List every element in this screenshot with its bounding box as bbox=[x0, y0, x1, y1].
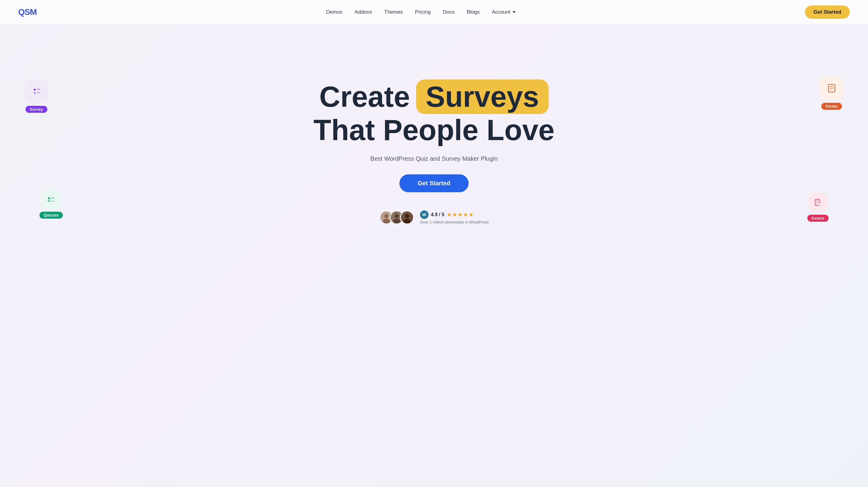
nav-item-pricing[interactable]: Pricing bbox=[415, 9, 431, 15]
nav-links: Demos Addons Themes Pricing Docs Blogs A… bbox=[326, 9, 516, 15]
nav-item-docs[interactable]: Docs bbox=[443, 9, 455, 15]
exams-label: Exams bbox=[807, 215, 829, 222]
survey-badge-icon bbox=[24, 79, 49, 103]
nav-link-themes[interactable]: Themes bbox=[384, 9, 403, 15]
svg-point-25 bbox=[403, 219, 410, 224]
quizzes-label: Quizzes bbox=[39, 212, 63, 219]
forms-badge-icon bbox=[819, 76, 844, 100]
nav-item-addons[interactable]: Addons bbox=[354, 9, 372, 15]
svg-rect-8 bbox=[830, 87, 834, 87]
nav-link-blogs[interactable]: Blogs bbox=[467, 9, 480, 15]
nav-cta-button[interactable]: Get Started bbox=[805, 5, 850, 19]
hero-title-highlight: Surveys bbox=[416, 79, 549, 114]
nav-link-demos[interactable]: Demos bbox=[326, 9, 342, 15]
logo[interactable]: QSM bbox=[18, 7, 37, 17]
hero-title: Create Surveys That People Love bbox=[314, 79, 555, 146]
svg-text:!: ! bbox=[820, 204, 821, 206]
nav-item-demos[interactable]: Demos bbox=[326, 9, 342, 15]
rating-stars: ★★★★★ bbox=[447, 212, 474, 218]
svg-rect-12 bbox=[816, 200, 819, 201]
nav-item-themes[interactable]: Themes bbox=[384, 9, 403, 15]
quizzes-badge: Quizzes bbox=[39, 190, 63, 219]
svg-point-21 bbox=[395, 214, 399, 218]
navbar: QSM Demos Addons Themes Pricing Docs Blo… bbox=[0, 0, 868, 25]
svg-rect-14 bbox=[816, 203, 818, 204]
svg-rect-6 bbox=[51, 201, 54, 201]
forms-badge: Forms bbox=[819, 76, 844, 110]
svg-rect-10 bbox=[830, 90, 832, 90]
social-proof: W 4.9 / 5 ★★★★★ Over 1 million downloads… bbox=[379, 210, 489, 224]
rating-info: W 4.9 / 5 ★★★★★ Over 1 million downloads… bbox=[420, 210, 489, 224]
svg-point-24 bbox=[405, 214, 409, 218]
nav-link-docs[interactable]: Docs bbox=[443, 9, 455, 15]
svg-point-22 bbox=[393, 219, 400, 224]
hero-subtitle: Best WordPress Quiz and Survey Maker Plu… bbox=[370, 155, 498, 162]
svg-rect-5 bbox=[51, 197, 54, 198]
hero-title-line2: That People Love bbox=[314, 114, 555, 146]
rating-row: W 4.9 / 5 ★★★★★ bbox=[420, 210, 474, 219]
nav-item-blogs[interactable]: Blogs bbox=[467, 9, 480, 15]
svg-rect-3 bbox=[37, 92, 40, 93]
avatar-3 bbox=[400, 210, 414, 224]
svg-point-18 bbox=[384, 214, 389, 218]
wordpress-logo: W bbox=[420, 210, 429, 219]
nav-link-addons[interactable]: Addons bbox=[354, 9, 372, 15]
hero-section: Survey Quizzes Forms bbox=[0, 25, 868, 273]
exams-badge-icon: ! bbox=[808, 193, 828, 212]
svg-point-0 bbox=[34, 89, 36, 91]
svg-rect-9 bbox=[830, 88, 834, 89]
nav-item-account[interactable]: Account bbox=[492, 9, 515, 15]
svg-rect-1 bbox=[37, 89, 40, 90]
hero-cta-button[interactable]: Get Started bbox=[399, 174, 469, 192]
avatar-group bbox=[379, 210, 414, 224]
hero-title-prefix: Create bbox=[319, 80, 410, 113]
quizzes-badge-icon bbox=[41, 190, 61, 209]
svg-rect-13 bbox=[816, 202, 819, 202]
nav-link-pricing[interactable]: Pricing bbox=[415, 9, 431, 15]
rating-score: 4.9 / 5 bbox=[431, 212, 444, 218]
svg-point-19 bbox=[383, 219, 390, 224]
forms-label: Forms bbox=[821, 103, 842, 110]
chevron-down-icon bbox=[513, 11, 516, 13]
svg-point-2 bbox=[34, 92, 36, 94]
svg-rect-4 bbox=[48, 197, 50, 199]
survey-badge: Survey bbox=[24, 79, 49, 113]
nav-link-account[interactable]: Account bbox=[492, 9, 515, 15]
downloads-text: Over 1 million downloads in WordPress bbox=[420, 220, 489, 224]
exams-badge: ! Exams bbox=[807, 193, 829, 222]
survey-label: Survey bbox=[26, 106, 47, 113]
